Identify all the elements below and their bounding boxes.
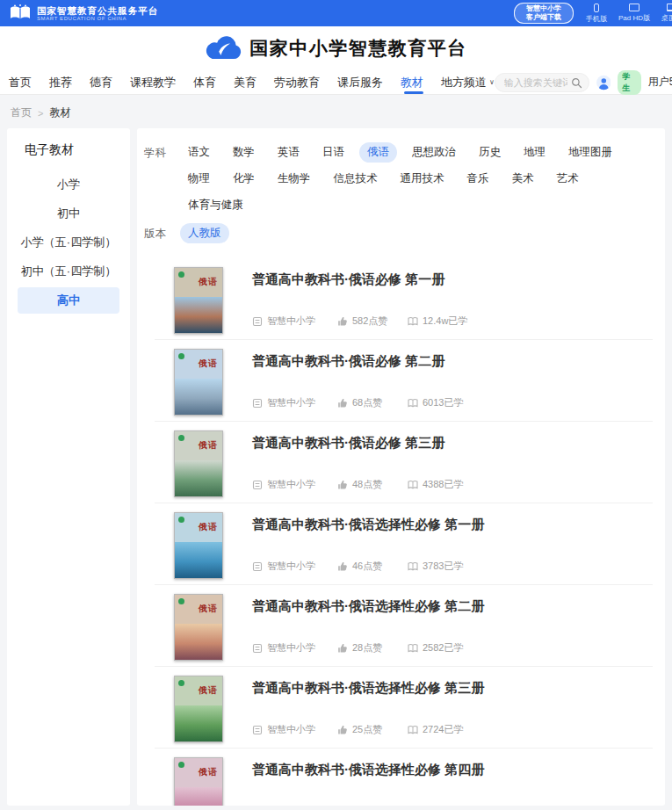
client-download-button[interactable]: 智慧中小学 客户端下载 bbox=[514, 3, 574, 25]
book-cover[interactable]: 俄语 bbox=[174, 430, 223, 497]
filter-option[interactable]: 音乐 bbox=[459, 169, 497, 189]
book-stats: 智慧中小学 71点赞 9121已学 bbox=[252, 805, 653, 806]
nav-item[interactable]: 地方频道 ∨ bbox=[441, 70, 495, 94]
search-box[interactable] bbox=[495, 73, 589, 92]
learned-stat: 12.4w已学 bbox=[408, 315, 467, 328]
nav-list: 首页 推荐 德育 课程教学 体育 美育 劳动教育 课后服务 教材 地方频道 ∨ bbox=[9, 70, 495, 94]
cover-photo bbox=[175, 460, 222, 496]
filter-option[interactable]: 日语 bbox=[314, 142, 352, 163]
client-version-link[interactable]: 桌面端 bbox=[661, 4, 672, 24]
nav-item[interactable]: 劳动教育 bbox=[274, 70, 322, 94]
cover-subject-label: 俄语 bbox=[199, 358, 218, 370]
filter-option[interactable]: 信息技术 bbox=[326, 169, 386, 189]
sidebar-grade-item[interactable]: 初中 bbox=[18, 200, 119, 227]
filter-option[interactable]: 化学 bbox=[225, 169, 263, 189]
filter-option[interactable]: 物理 bbox=[180, 169, 218, 189]
breadcrumb-home[interactable]: 首页 bbox=[11, 105, 32, 120]
nav-item-label: 推荐 bbox=[49, 75, 72, 90]
book-cover[interactable]: 俄语 bbox=[174, 757, 223, 806]
likes-stat: 28点赞 bbox=[337, 641, 408, 655]
thumbs-up-icon bbox=[337, 643, 348, 654]
open-book-icon bbox=[408, 643, 418, 654]
learned-stat: 4388已学 bbox=[408, 478, 463, 491]
learned-stat: 2724已学 bbox=[408, 723, 463, 736]
publisher-icon bbox=[252, 316, 263, 327]
filter-option[interactable]: 语文 bbox=[180, 142, 218, 163]
sidebar-grade-item[interactable]: 小学 bbox=[18, 171, 119, 198]
platform-brand[interactable]: 国家智慧教育公共服务平台 SMART EDUCATION OF CHINA bbox=[9, 4, 158, 22]
role-badge: 学生 bbox=[618, 70, 641, 95]
book-cover[interactable]: 俄语 bbox=[174, 267, 223, 334]
filter-option[interactable]: 英语 bbox=[270, 142, 307, 163]
book-list-item[interactable]: 俄语 普通高中教科书·俄语必修 第一册 智慧中小学 582点赞 12.4w已学 bbox=[155, 258, 653, 340]
search-icon[interactable] bbox=[571, 77, 582, 89]
nav-item[interactable]: 课后服务 bbox=[337, 70, 386, 94]
filter-option[interactable]: 体育与健康 bbox=[180, 195, 251, 215]
username[interactable]: 用户5562 bbox=[648, 75, 672, 90]
book-list-item[interactable]: 俄语 普通高中教科书·俄语选择性必修 第二册 智慧中小学 28点赞 2582已学 bbox=[155, 585, 653, 667]
book-title: 普通高中教科书·俄语选择性必修 第三册 bbox=[252, 680, 653, 697]
book-list-item[interactable]: 俄语 普通高中教科书·俄语必修 第二册 智慧中小学 68点赞 6013已学 bbox=[155, 340, 653, 422]
book-list-item[interactable]: 俄语 普通高中教科书·俄语选择性必修 第三册 智慧中小学 25点赞 2724已学 bbox=[155, 667, 653, 749]
nav-item[interactable]: 首页 bbox=[9, 70, 34, 94]
nav-item[interactable]: 推荐 bbox=[49, 70, 75, 94]
book-stats: 智慧中小学 28点赞 2582已学 bbox=[252, 641, 653, 655]
book-stats: 智慧中小学 68点赞 6013已学 bbox=[252, 396, 653, 409]
filter-option[interactable]: 数学 bbox=[225, 142, 263, 163]
book-cover[interactable]: 俄语 bbox=[174, 676, 223, 742]
book-list-item[interactable]: 俄语 普通高中教科书·俄语选择性必修 第一册 智慧中小学 46点赞 3783已学 bbox=[155, 503, 653, 585]
sidebar-grade-item[interactable]: 小学（五·四学制） bbox=[18, 229, 119, 256]
cover-photo bbox=[175, 787, 222, 806]
nav-item[interactable]: 体育 bbox=[193, 70, 219, 94]
open-book-logo-icon bbox=[9, 4, 32, 22]
filter-option[interactable]: 生物学 bbox=[270, 169, 319, 189]
likes-stat: 25点赞 bbox=[337, 723, 408, 736]
book-title: 普通高中教科书·俄语必修 第一册 bbox=[252, 271, 653, 288]
book-cover[interactable]: 俄语 bbox=[174, 594, 223, 661]
filter-option[interactable]: 俄语 bbox=[359, 142, 397, 163]
open-book-icon bbox=[408, 316, 418, 327]
user-avatar-icon[interactable] bbox=[596, 75, 611, 90]
publisher-icon bbox=[252, 643, 263, 654]
thumbs-up-icon bbox=[337, 316, 348, 327]
publisher-logo-dot bbox=[178, 517, 184, 523]
publisher-stat: 智慧中小学 bbox=[252, 478, 337, 491]
nav-item[interactable]: 美育 bbox=[234, 70, 259, 94]
filter-option[interactable]: 地理 bbox=[516, 142, 553, 163]
nav-item-label: 教材 bbox=[401, 75, 423, 90]
nav-item[interactable]: 课程教学 bbox=[130, 70, 178, 94]
sidebar-grade-label: 初中 bbox=[57, 206, 80, 221]
book-list-item[interactable]: 俄语 普通高中教科书·俄语选择性必修 第四册 智慧中小学 71点赞 9121已学 bbox=[155, 749, 653, 806]
sidebar-grade-item[interactable]: 初中（五·四学制） bbox=[18, 258, 119, 285]
client-version-label: Pad HD版 bbox=[618, 13, 650, 23]
learned-stat: 2582已学 bbox=[408, 641, 463, 655]
filter-option[interactable]: 人教版 bbox=[180, 223, 229, 243]
filter-option[interactable]: 艺术 bbox=[549, 169, 587, 189]
book-cover[interactable]: 俄语 bbox=[174, 349, 223, 416]
filter-option[interactable]: 思想政治 bbox=[404, 142, 464, 163]
book-cover[interactable]: 俄语 bbox=[174, 512, 223, 579]
sidebar: 电子教材 小学 初中 小学（五·四学制） 初中（五·四学制） 高中 bbox=[7, 128, 130, 806]
client-version-link[interactable]: 手机版 bbox=[586, 4, 607, 24]
publisher-stat: 智慧中小学 bbox=[252, 560, 337, 573]
thumbs-up-icon bbox=[337, 398, 348, 409]
nav-item-label: 地方频道 bbox=[441, 75, 487, 90]
thumbs-up-icon bbox=[337, 725, 348, 735]
filter-option[interactable]: 历史 bbox=[471, 142, 509, 163]
book-list-item[interactable]: 俄语 普通高中教科书·俄语必修 第三册 智慧中小学 48点赞 4388已学 bbox=[155, 422, 653, 503]
cover-photo bbox=[175, 297, 222, 333]
device-icon bbox=[667, 4, 672, 11]
filter-option[interactable]: 美术 bbox=[504, 169, 542, 189]
client-version-link[interactable]: Pad HD版 bbox=[618, 4, 650, 24]
cover-photo bbox=[175, 379, 222, 415]
search-input[interactable] bbox=[504, 77, 567, 88]
filter-option[interactable]: 地理图册 bbox=[560, 142, 620, 163]
open-book-icon bbox=[408, 398, 418, 409]
cover-photo bbox=[175, 624, 222, 660]
nav-item[interactable]: 德育 bbox=[90, 70, 115, 94]
nav-item[interactable]: 教材 bbox=[401, 70, 426, 94]
download-label-line2: 客户端下载 bbox=[526, 13, 561, 22]
book-list: 俄语 普通高中教科书·俄语必修 第一册 智慧中小学 582点赞 12.4w已学 bbox=[155, 258, 653, 806]
sidebar-grade-item[interactable]: 高中 bbox=[18, 287, 119, 314]
filter-option[interactable]: 通用技术 bbox=[393, 169, 452, 189]
